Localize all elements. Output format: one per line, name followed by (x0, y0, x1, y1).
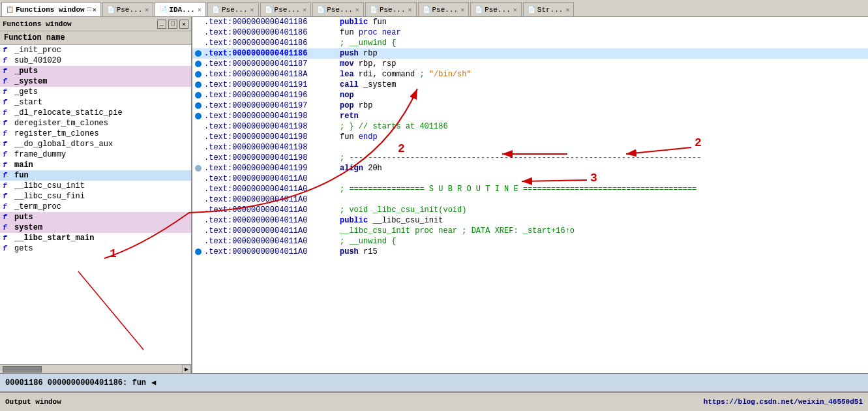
tab-pse6[interactable]: 📄 Pse... ✕ (418, 2, 470, 16)
function-icon: f (3, 130, 12, 138)
tab-pse5[interactable]: 📄 Pse... ✕ (365, 2, 417, 16)
horizontal-scrollbar[interactable]: ▶ (0, 364, 191, 373)
tab-pse2-close[interactable]: ✕ (250, 6, 254, 14)
minimize-button[interactable]: _ (157, 20, 166, 29)
function-list-item[interactable]: f__do_global_dtors_aux (0, 139, 191, 149)
tab-str[interactable]: 📄 Str... ✕ (523, 2, 575, 16)
tab-pse6-label: Pse... (432, 6, 458, 14)
code-line[interactable]: .text:0000000000401186 fun proc near (192, 27, 868, 38)
function-list-item[interactable]: fputs (0, 212, 191, 222)
tab-pse5-close[interactable]: ✕ (408, 6, 412, 14)
url-text: https://blog.csdn.net/weixin_46550d51 (704, 398, 863, 406)
tab-pse4-close[interactable]: ✕ (355, 6, 359, 14)
line-address: .text:0000000000401186 (204, 38, 335, 48)
line-content: pop rbp (340, 101, 372, 110)
scroll-right-arrow[interactable]: ▶ (182, 365, 191, 374)
function-list-item[interactable]: f_dl_relocate_static_pie (0, 108, 191, 118)
function-list-item[interactable]: f_puts (0, 66, 191, 76)
code-line[interactable]: .text:00000000004011A0 ; __unwind { (192, 236, 868, 247)
tab-pse3-close[interactable]: ✕ (303, 6, 307, 14)
code-line[interactable]: .text:0000000000401187 mov rbp, rsp (192, 59, 868, 69)
function-name: _term_proc (14, 202, 61, 211)
left-arrow[interactable]: ◀ (151, 378, 156, 388)
tab-pse6-close[interactable]: ✕ (460, 6, 464, 14)
close-button[interactable]: ✕ (179, 20, 188, 29)
functions-list[interactable]: f_init_procfsub_401020f_putsf_systemf_ge… (0, 45, 191, 364)
line-content: lea rdi, command ; "/bin/sh" (340, 70, 471, 79)
function-list-item[interactable]: f_gets (0, 87, 191, 97)
function-name: fun (14, 171, 29, 180)
code-line[interactable]: .text:00000000004011A0 push r15 (192, 247, 868, 257)
function-list-item[interactable]: fderegister_tm_clones (0, 118, 191, 129)
function-list-item[interactable]: f_start (0, 97, 191, 108)
function-icon: f (3, 88, 12, 96)
output-window-label: Output window (5, 398, 61, 406)
function-name: __libc_csu_init (14, 181, 85, 190)
code-line[interactable]: .text:0000000000401199 align 20h (192, 163, 868, 174)
code-line[interactable]: .text:0000000000401186 push rbp (192, 48, 868, 59)
function-icon: f (3, 46, 12, 54)
code-line[interactable]: .text:0000000000401198 ; ---------------… (192, 153, 868, 163)
code-line[interactable]: .text:000000000040118A lea rdi, command … (192, 69, 868, 80)
function-list-item[interactable]: fgets (0, 243, 191, 254)
code-line[interactable]: .text:00000000004011A0 ; void _libc_csu_… (192, 205, 868, 215)
line-content: ; void _libc_csu_init(void) (340, 206, 466, 215)
code-line[interactable]: .text:00000000004011A0 public __libc_csu… (192, 215, 868, 226)
tab-ida-close[interactable]: ✕ (198, 6, 202, 14)
function-list-item[interactable]: f_term_proc (0, 202, 191, 212)
function-list-item[interactable]: f__libc_start_main (0, 233, 191, 243)
function-name: __libc_csu_fini (14, 192, 85, 201)
code-line[interactable]: .text:0000000000401198 fun endp (192, 132, 868, 142)
tab-pse2-icon: 📄 (212, 6, 220, 14)
tab-pse7-label: Pse... (485, 6, 511, 14)
function-list-item[interactable]: fregister_tm_clones (0, 129, 191, 139)
function-list-item[interactable]: f_init_proc (0, 45, 191, 55)
code-line[interactable]: .text:00000000004011A0 ; ===============… (192, 184, 868, 194)
code-line[interactable]: .text:0000000000401198 ; } // starts at … (192, 121, 868, 132)
tab-pse1-close[interactable]: ✕ (145, 6, 149, 14)
tab-functions-close[interactable]: □ (87, 6, 91, 13)
tab-ida[interactable]: 📄 IDA... ✕ (155, 2, 206, 16)
function-list-item[interactable]: f__libc_csu_fini (0, 191, 191, 202)
code-line[interactable]: .text:00000000004011A0 __libc_csu_init p… (192, 226, 868, 236)
tab-pse3[interactable]: 📄 Pse... ✕ (260, 2, 312, 16)
tab-pse7-close[interactable]: ✕ (513, 6, 517, 14)
code-line[interactable]: .text:0000000000401198 (192, 142, 868, 153)
line-dot (195, 134, 202, 140)
code-line[interactable]: .text:0000000000401197 pop rbp (192, 100, 868, 111)
line-address: .text:0000000000401197 (204, 101, 335, 110)
h-scroll-thumb[interactable] (3, 366, 42, 373)
code-line[interactable]: .text:00000000004011A0 (192, 174, 868, 184)
tab-pse7[interactable]: 📄 Pse... ✕ (470, 2, 522, 16)
tab-pse1[interactable]: 📄 Pse... ✕ (102, 2, 154, 16)
function-icon: f (3, 151, 12, 159)
line-address: .text:0000000000401187 (204, 59, 335, 68)
function-list-item[interactable]: fsub_401020 (0, 55, 191, 66)
function-name-header: Function name (0, 31, 191, 45)
function-list-item[interactable]: f__libc_csu_init (0, 181, 191, 191)
tab-pse1-icon: 📄 (107, 6, 115, 14)
tab-functions-minimize[interactable]: ✕ (93, 6, 97, 14)
function-list-item[interactable]: fmain (0, 160, 191, 170)
bottom-bar: Output window https://blog.csdn.net/weix… (0, 391, 868, 411)
tab-pse4[interactable]: 📄 Pse... ✕ (312, 2, 364, 16)
tab-str-close[interactable]: ✕ (565, 6, 569, 14)
code-line[interactable]: .text:0000000000401186 ; __unwind { (192, 38, 868, 48)
maximize-button[interactable]: □ (168, 20, 177, 29)
code-line[interactable]: .text:00000000004011A0 (192, 194, 868, 205)
code-content[interactable]: .text:0000000000401186 public fun.text:0… (192, 17, 868, 373)
function-list-item[interactable]: ffun (0, 170, 191, 181)
code-line[interactable]: .text:0000000000401191 call _system (192, 80, 868, 90)
tab-functions-window[interactable]: 📋 Functions window □ ✕ (1, 2, 101, 16)
tab-pse2[interactable]: 📄 Pse... ✕ (207, 2, 259, 16)
function-list-item[interactable]: fframe_dummy (0, 149, 191, 160)
code-line[interactable]: .text:0000000000401196 nop (192, 90, 868, 100)
function-list-item[interactable]: fsystem (0, 222, 191, 233)
function-name: puts (14, 213, 33, 222)
code-line[interactable]: .text:0000000000401198 retn (192, 111, 868, 121)
code-line[interactable]: .text:0000000000401186 public fun (192, 17, 868, 27)
function-list-item[interactable]: f_system (0, 76, 191, 87)
line-content: call _system (340, 80, 396, 89)
tab-ida-icon: 📄 (159, 6, 167, 14)
line-dot (195, 175, 202, 182)
